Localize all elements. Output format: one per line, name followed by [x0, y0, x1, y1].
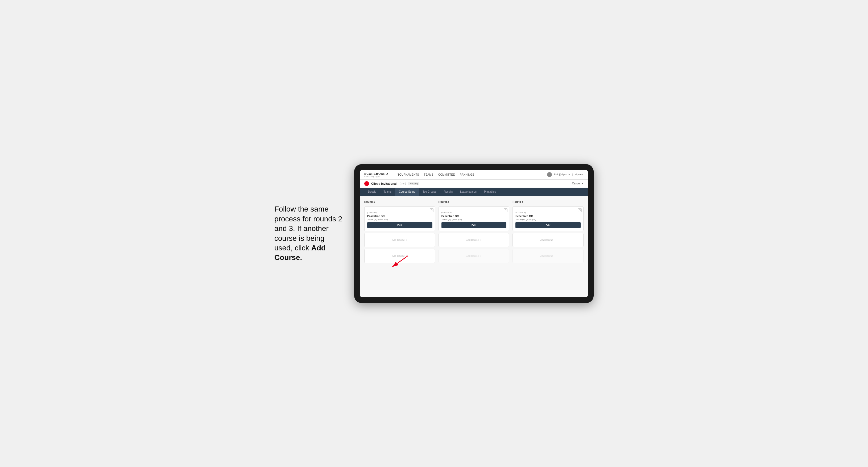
round-1-course-label: (Course A)	[367, 211, 377, 214]
round-2-label: Round 2	[438, 200, 509, 203]
nav-right: blair@clippd.io | Sign out	[547, 172, 584, 177]
logo-subtitle: Powered by clippd	[364, 175, 388, 177]
tab-printables[interactable]: Printables	[480, 188, 499, 196]
round-3-column: Round 3 (Course A) □ Peachtree GC Yellow…	[513, 200, 584, 263]
add-course-plus-icon-6: +	[554, 254, 556, 257]
cancel-icon: ✕	[581, 182, 584, 185]
page-wrapper: Follow the same process for rounds 2 and…	[274, 164, 594, 303]
add-course-plus-icon-4: +	[480, 254, 482, 257]
tab-teams[interactable]: Teams	[380, 188, 395, 196]
round-3-course-label: (Course A)	[516, 211, 526, 214]
round-3-course-details: Yellow (M) (6629 yds)	[516, 218, 581, 221]
tournament-type: (Men)	[400, 182, 406, 185]
round-2-course-card: (Course A) □ Peachtree GC Yellow (M) (66…	[438, 207, 509, 231]
add-course-plus-icon-3: +	[480, 239, 482, 242]
clippd-logo	[364, 181, 369, 186]
round-2-course-label: (Course A)	[441, 211, 452, 214]
sub-header-left: Clippd Invitational (Men) Hosting	[364, 181, 420, 186]
nav-links: TOURNAMENTS TEAMS COMMITTEE RANKINGS	[398, 173, 541, 176]
user-avatar	[547, 172, 552, 177]
round-3-add-course-1[interactable]: Add Course +	[513, 233, 584, 247]
round-2-remove-btn[interactable]: □	[504, 208, 507, 212]
round-3-course-name: Peachtree GC	[516, 215, 581, 218]
round-1-column: Round 1 (Course A) □ Peachtree GC Yellow…	[364, 200, 435, 263]
round-3-add-course-text-2: Add Course +	[540, 254, 556, 257]
round-3-label: Round 3	[513, 200, 584, 203]
tabs-bar: Details Teams Course Setup Tee Groups Re…	[360, 188, 588, 196]
round-2-add-course-text-2: Add Course +	[466, 254, 482, 257]
round-3-remove-btn[interactable]: □	[578, 208, 582, 212]
logo-area: SCOREBOARD Powered by clippd	[364, 172, 388, 177]
tablet-screen: SCOREBOARD Powered by clippd TOURNAMENTS…	[360, 170, 588, 297]
top-nav: SCOREBOARD Powered by clippd TOURNAMENTS…	[360, 170, 588, 180]
round-1-add-course-2[interactable]: Add Course +	[364, 249, 435, 263]
round-2-add-course-2: Add Course +	[438, 249, 509, 263]
nav-teams[interactable]: TEAMS	[424, 173, 433, 176]
round-2-edit-btn[interactable]: Edit	[441, 222, 507, 228]
tab-results[interactable]: Results	[440, 188, 456, 196]
round-1-course-name: Peachtree GC	[367, 215, 432, 218]
round-1-add-course-text-2: Add Course +	[392, 254, 407, 257]
tablet-frame: SCOREBOARD Powered by clippd TOURNAMENTS…	[354, 164, 594, 303]
round-2-course-details: Yellow (M) (6629 yds)	[441, 218, 507, 221]
round-3-add-course-2: Add Course +	[513, 249, 584, 263]
round-2-column: Round 2 (Course A) □ Peachtree GC Yellow…	[438, 200, 509, 263]
main-content: Round 1 (Course A) □ Peachtree GC Yellow…	[360, 196, 588, 297]
sub-header: Clippd Invitational (Men) Hosting Cancel…	[360, 180, 588, 188]
add-course-plus-icon-1: +	[406, 239, 407, 242]
separator: |	[572, 173, 572, 176]
sign-out-link[interactable]: Sign out	[575, 173, 584, 176]
round-1-add-course-1[interactable]: Add Course +	[364, 233, 435, 247]
add-course-plus-icon-2: +	[406, 254, 407, 257]
round-3-course-card: (Course A) □ Peachtree GC Yellow (M) (66…	[513, 207, 584, 231]
round-1-edit-btn[interactable]: Edit	[367, 222, 432, 228]
nav-committee[interactable]: COMMITTEE	[438, 173, 455, 176]
tournament-name: Clippd Invitational	[371, 182, 397, 185]
round-3-add-course-text-1: Add Course +	[540, 239, 556, 242]
cancel-label: Cancel	[572, 182, 580, 185]
tablet-inner: SCOREBOARD Powered by clippd TOURNAMENTS…	[360, 170, 588, 297]
round-1-course-details: Yellow (M) (6629 yds)	[367, 218, 432, 221]
instruction-text: Follow the same process for rounds 2 and…	[274, 205, 342, 261]
round-1-course-card: (Course A) □ Peachtree GC Yellow (M) (66…	[364, 207, 435, 231]
tab-details[interactable]: Details	[364, 188, 380, 196]
tab-course-setup[interactable]: Course Setup	[395, 188, 419, 196]
round-1-remove-btn[interactable]: □	[430, 208, 433, 212]
tab-tee-groups[interactable]: Tee Groups	[419, 188, 440, 196]
add-course-plus-icon-5: +	[554, 239, 556, 242]
hosting-badge: Hosting	[408, 182, 420, 185]
round-2-add-course-text-1: Add Course +	[466, 239, 482, 242]
round-2-add-course-1[interactable]: Add Course +	[438, 233, 509, 247]
rounds-grid: Round 1 (Course A) □ Peachtree GC Yellow…	[364, 200, 584, 263]
round-2-course-name: Peachtree GC	[441, 215, 507, 218]
tab-leaderboards[interactable]: Leaderboards	[456, 188, 480, 196]
round-3-edit-btn[interactable]: Edit	[516, 222, 581, 228]
nav-rankings[interactable]: RANKINGS	[460, 173, 474, 176]
instruction-block: Follow the same process for rounds 2 and…	[274, 205, 344, 262]
cancel-button[interactable]: Cancel ✕	[572, 182, 584, 185]
nav-tournaments[interactable]: TOURNAMENTS	[398, 173, 419, 176]
instruction-bold: Add Course.	[274, 244, 326, 261]
round-1-label: Round 1	[364, 200, 435, 203]
scoreboard-logo: SCOREBOARD	[364, 172, 388, 175]
round-1-add-course-text-1: Add Course +	[392, 239, 407, 242]
user-email: blair@clippd.io	[554, 173, 570, 176]
